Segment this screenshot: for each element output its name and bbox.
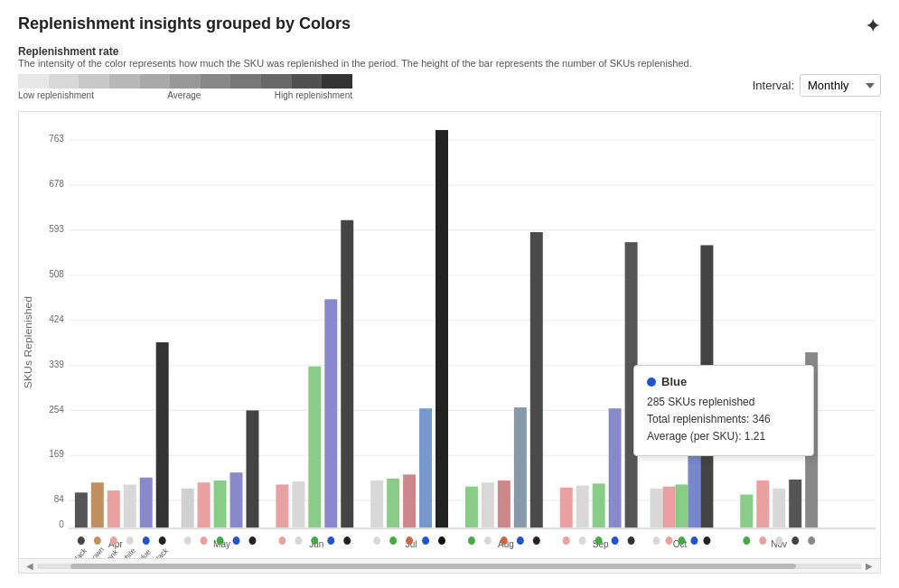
scrollbar-track[interactable] <box>37 564 862 569</box>
legend-avg-label: Average <box>94 90 275 100</box>
bar <box>514 407 527 527</box>
svg-point-53 <box>501 537 508 545</box>
bar <box>740 495 753 528</box>
svg-text:424: 424 <box>49 313 64 324</box>
chart-inner: SKUs Replenished 763 678 593 508 424 339… <box>19 112 880 573</box>
svg-point-47 <box>389 537 397 545</box>
bar <box>609 408 622 527</box>
svg-point-69 <box>791 537 799 545</box>
bar <box>276 484 288 527</box>
bar <box>230 472 243 527</box>
bar <box>140 478 153 527</box>
tooltip-sku-count: 285 SKUs replenished <box>647 394 801 411</box>
svg-point-30 <box>78 537 85 545</box>
svg-point-40 <box>248 537 256 545</box>
bar <box>214 481 227 527</box>
bar <box>498 481 510 527</box>
svg-point-60 <box>628 537 635 545</box>
svg-point-65 <box>703 537 710 545</box>
tooltip-total: Total replenishments: 346 <box>647 411 801 428</box>
svg-point-55 <box>533 537 540 545</box>
bar <box>789 480 801 527</box>
bar <box>560 488 573 527</box>
legend-title: Replenishment rate <box>18 45 881 58</box>
svg-point-51 <box>468 537 475 545</box>
bar <box>465 487 478 527</box>
tooltip-average: Average (per SKU): 1.21 <box>647 428 801 445</box>
bar <box>773 489 785 527</box>
bar <box>435 130 448 527</box>
svg-point-63 <box>678 537 685 545</box>
tooltip-box: Blue 285 SKUs replenished Total replenis… <box>633 365 814 456</box>
bar <box>156 342 169 527</box>
bar <box>593 483 605 527</box>
svg-text:339: 339 <box>49 358 64 369</box>
bar <box>246 410 258 527</box>
svg-point-68 <box>775 537 782 545</box>
interval-row: Interval: Monthly Weekly Daily <box>753 74 881 97</box>
svg-point-43 <box>311 537 318 545</box>
svg-point-35 <box>159 537 166 545</box>
svg-point-64 <box>690 537 698 545</box>
interval-select[interactable]: Monthly Weekly Daily <box>800 74 881 97</box>
svg-point-38 <box>217 537 224 545</box>
svg-text:0: 0 <box>59 518 64 530</box>
chart-svg: SKUs Replenished 763 678 593 508 424 339… <box>19 112 880 573</box>
scroll-right-arrow[interactable]: ▶ <box>866 561 873 571</box>
svg-text:SKUs Replenished: SKUs Replenished <box>23 296 33 388</box>
legend-gradient <box>18 74 352 89</box>
svg-point-36 <box>184 537 192 545</box>
svg-point-33 <box>126 537 134 545</box>
page-container: Replenishment insights grouped by Colors… <box>0 0 899 588</box>
scroll-left-arrow[interactable]: ◀ <box>26 561 33 571</box>
legend-section: Replenishment rate The intensity of the … <box>18 45 881 104</box>
svg-point-59 <box>612 537 619 545</box>
svg-point-56 <box>563 537 570 545</box>
bar <box>370 481 383 527</box>
svg-point-34 <box>143 537 150 545</box>
svg-point-66 <box>743 537 750 545</box>
scrollbar-thumb[interactable] <box>70 564 796 569</box>
bar <box>663 487 676 527</box>
svg-point-48 <box>406 537 413 545</box>
svg-point-42 <box>295 537 302 545</box>
legend-high-label: High replenishment <box>275 90 352 100</box>
bar <box>308 367 321 528</box>
chart-area: SKUs Replenished 763 678 593 508 424 339… <box>18 111 881 574</box>
interval-label: Interval: <box>753 79 794 92</box>
svg-text:84: 84 <box>54 493 64 505</box>
svg-text:508: 508 <box>49 267 64 279</box>
svg-point-32 <box>110 537 117 545</box>
bar <box>576 486 589 528</box>
bar <box>756 481 769 527</box>
bar <box>419 408 432 527</box>
svg-point-45 <box>343 537 351 545</box>
bar <box>341 220 353 527</box>
svg-point-57 <box>579 537 586 545</box>
legend-low-label: Low replenishment <box>18 90 94 100</box>
svg-point-41 <box>278 537 286 545</box>
spark-icon[interactable]: ✦ <box>865 14 881 38</box>
svg-point-46 <box>373 537 380 545</box>
svg-point-50 <box>438 537 445 545</box>
page-title: Replenishment insights grouped by Colors <box>18 14 351 33</box>
bar <box>482 482 494 527</box>
svg-text:169: 169 <box>49 448 64 460</box>
svg-point-61 <box>653 537 660 545</box>
svg-point-31 <box>94 537 101 545</box>
scrollbar-row: ◀ ▶ <box>19 558 880 573</box>
bar <box>387 479 399 527</box>
bar <box>75 492 88 527</box>
svg-point-39 <box>233 537 240 545</box>
bar <box>651 489 663 527</box>
svg-point-58 <box>595 537 603 545</box>
svg-point-52 <box>484 537 492 545</box>
svg-point-49 <box>422 537 429 545</box>
svg-text:678: 678 <box>49 178 64 190</box>
bar <box>198 482 211 527</box>
bar <box>530 232 543 527</box>
tooltip-dot <box>647 378 656 387</box>
svg-point-37 <box>201 537 208 545</box>
svg-text:763: 763 <box>49 133 64 145</box>
bar <box>292 481 304 527</box>
